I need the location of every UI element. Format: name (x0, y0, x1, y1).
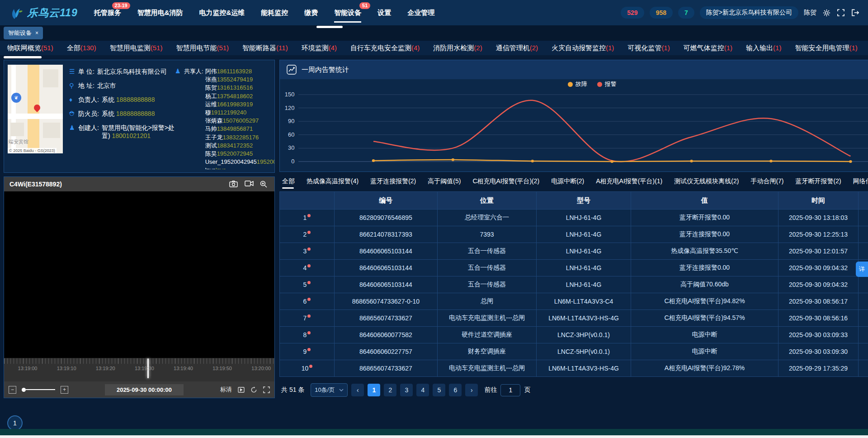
svg-text:60: 60 (288, 132, 294, 138)
legend-item[interactable]: 故障 (568, 80, 587, 88)
table-row[interactable]: 6868656074733627-0-10总闸LN6M-L1T4A3V3-C4C… (280, 293, 868, 310)
category-tab[interactable]: 物联网概览(51) (7, 44, 53, 52)
alarm-tab[interactable]: 蓝牙连接报警(2) (370, 177, 416, 189)
timeline-zoom-out-button[interactable]: − (9, 386, 16, 394)
company-selector[interactable]: 陈贺>新北京乐鸟科技有限公司 (700, 6, 798, 19)
alarm-tab[interactable]: 全部 (282, 177, 295, 189)
category-tab[interactable]: 环境监测(4) (302, 44, 337, 52)
page-button-2[interactable]: 2 (384, 384, 396, 396)
table-row[interactable]: 10868656074733627电动车充电监测主机---总闸LN6M-L1T4… (280, 360, 868, 377)
goto-page-input[interactable] (500, 384, 520, 396)
category-tab[interactable]: 智慧用电监测(51) (110, 44, 163, 52)
table-row[interactable]: 7868656074733627电动车充电监测主机---总闸LN6M-L1T4A… (280, 310, 868, 327)
record-video-icon[interactable] (245, 181, 254, 188)
cell-time: 2025-09-30 03:09:30 (778, 343, 859, 360)
table-row[interactable]: 8864606060077582硬件过道空调插座LNCZ-3HP(v0.0.1)… (280, 327, 868, 343)
table-row[interactable]: 9864606060227757财务空调插座LNCZ-5HP(v0.0.1)电源… (280, 343, 868, 360)
snapshot-camera-icon[interactable] (229, 181, 238, 188)
alarm-tab[interactable]: 手动合闸(7) (750, 177, 783, 189)
nav-item[interactable]: 缴费 (304, 0, 318, 25)
alarm-tab[interactable]: 高于阈值(5) (428, 177, 461, 189)
gear-icon[interactable] (822, 8, 831, 17)
table-row[interactable]: 5864606065103144五合一传感器LNHJ-61-4G高于阈值70.6… (280, 276, 868, 293)
notice-counter[interactable]: 7 (678, 7, 694, 19)
alarm-tab[interactable]: A相充电AI报警(平台)(1) (596, 177, 662, 189)
category-tab[interactable]: 自行车充电安全监测(4) (350, 44, 420, 52)
cell-readers: 无 (858, 293, 868, 310)
nav-item[interactable]: 设置 (377, 0, 391, 25)
cell-value: 电源中断 (631, 343, 778, 360)
legend-item[interactable]: 报警 (597, 80, 617, 88)
detail-drawer-button[interactable]: 详 (856, 262, 868, 277)
category-tab[interactable]: 全部(130) (67, 44, 96, 52)
category-scrollbar-thumb[interactable] (4, 56, 42, 58)
unread-dot-icon (307, 248, 311, 251)
cell-time: 2025-09-30 09:04:32 (778, 276, 859, 293)
unread-dot-icon (307, 264, 311, 267)
alarm-tab[interactable]: 测试仪无线模块离线(2) (674, 177, 739, 189)
category-tab[interactable]: 消防用水检测(2) (433, 44, 482, 52)
logout-icon[interactable] (851, 8, 860, 17)
floating-badge-button[interactable]: 1 (7, 415, 23, 431)
replay-icon[interactable] (250, 386, 257, 393)
fullscreen-icon[interactable] (836, 8, 845, 17)
timeline-zoom-slider[interactable] (22, 388, 55, 392)
next-page-button[interactable]: › (465, 384, 478, 396)
quality-button[interactable]: 标清 (220, 386, 232, 394)
cell-location: 五合一传感器 (437, 243, 536, 260)
nav-right: 529 958 7 陈贺>新北京乐鸟科技有限公司 陈贺 (621, 6, 860, 19)
col-index (280, 192, 335, 209)
category-tab[interactable]: 可燃气体监控(1) (684, 44, 732, 52)
category-tab[interactable]: 智慧用电节能(51) (176, 44, 229, 52)
nav-item[interactable]: 企业管理 (407, 0, 434, 25)
prev-page-button[interactable]: ‹ (351, 384, 364, 396)
camera-title: C4Wi(E31578892) (9, 181, 62, 188)
horizontal-scrollbar-thumb[interactable] (316, 26, 343, 28)
share-person: 陈贺13161316516 (205, 84, 275, 92)
camera-header: C4Wi(E31578892) (4, 177, 274, 191)
nav-item[interactable]: 能耗监控 (261, 0, 288, 25)
zoom-in-icon[interactable] (260, 181, 269, 188)
nav-item[interactable]: 智慧用电&消防 (137, 0, 183, 25)
alarm-tab[interactable]: 网络传输故障(24) (853, 177, 868, 189)
category-tab[interactable]: 输入输出(1) (746, 44, 781, 52)
video-fullscreen-icon[interactable] (263, 386, 270, 393)
alarm-tab[interactable]: 电源中断(2) (551, 177, 584, 189)
table-row[interactable]: 4864606065103144五合一传感器LNHJ-61-4G蓝牙连接报警0.… (280, 260, 868, 276)
video-viewport[interactable] (4, 191, 274, 358)
nav-item[interactable]: 电力监控&运维 (199, 0, 245, 25)
page-button-1[interactable]: 1 (368, 384, 380, 396)
nav-item[interactable]: 托管服务23-19 (94, 0, 121, 25)
page-button-6[interactable]: 6 (449, 384, 462, 396)
page-size-select[interactable]: 10条/页 (311, 383, 348, 397)
nav-item[interactable]: 智能设备51 (334, 0, 361, 25)
table-body: 1862809076546895总经理室六合一LNHJ-61-4G蓝牙断开报警0… (280, 209, 868, 377)
page-button-3[interactable]: 3 (400, 384, 413, 396)
playback-datetime[interactable]: 2025-09-30 00:00:00 (105, 384, 184, 395)
category-tab[interactable]: 智能断路器(11) (242, 44, 288, 52)
alarm-counter[interactable]: 529 (621, 7, 644, 19)
table-row[interactable]: 1862809076546895总经理室六合一LNHJ-61-4G蓝牙断开报警0… (280, 209, 868, 226)
close-icon[interactable]: × (35, 30, 38, 36)
table-row[interactable]: 28662140783173937393LNHJ-61-4G蓝牙连接报警0.00… (280, 226, 868, 243)
table-row[interactable]: 3864606065103144五合一传感器LNHJ-61-4G热成像高温报警3… (280, 243, 868, 260)
cell-model: LN6M-L1T4A3V3-HS-4G (537, 310, 631, 327)
category-tab[interactable]: 通信管理机(2) (496, 44, 538, 52)
page-button-5[interactable]: 5 (433, 384, 445, 396)
user-name[interactable]: 陈贺 (804, 9, 816, 17)
page-button-4[interactable]: 4 (416, 384, 429, 396)
alarm-tab[interactable]: 热成像高温报警(4) (307, 177, 359, 189)
video-timeline[interactable]: 13:19:0013:19:1013:19:2013:19:3013:19:40… (4, 358, 274, 381)
category-tab[interactable]: 智能安全用电管理(1) (795, 44, 857, 52)
alarm-tab[interactable]: 蓝牙断开报警(2) (796, 177, 841, 189)
location-map[interactable]: ❦ 端安宾馆 © 2025 Baidu - GS(2023) (8, 65, 63, 153)
category-tab[interactable]: 火灾自动报警监控(1) (552, 44, 614, 52)
fault-counter[interactable]: 958 (650, 7, 673, 19)
cell-device-id: 864606060227757 (334, 343, 437, 360)
frame-step-icon[interactable] (237, 386, 245, 393)
tab-smart-devices[interactable]: 智能设备 × (4, 27, 43, 39)
timeline-zoom-in-button[interactable]: + (61, 386, 68, 394)
cell-device-id: 868656074733627-0-10 (334, 293, 437, 310)
category-tab[interactable]: 可视化监管(1) (627, 44, 670, 52)
alarm-tab[interactable]: C相充电AI报警(平台)(2) (472, 177, 539, 189)
